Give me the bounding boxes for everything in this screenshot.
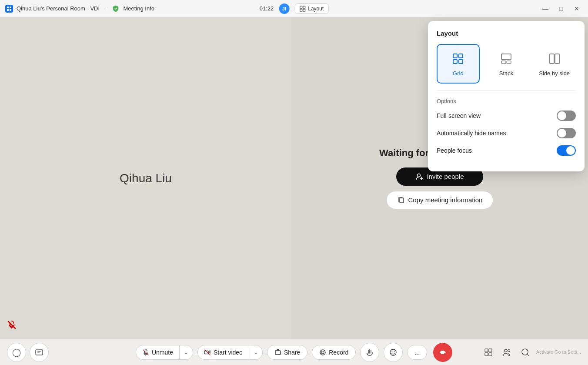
chat-icon-btn[interactable]: ◯ xyxy=(7,343,26,362)
svg-rect-17 xyxy=(501,54,511,60)
chat-icon xyxy=(521,348,529,357)
video-chevron[interactable]: ⌄ xyxy=(249,346,262,359)
toolbar-right-icons xyxy=(481,345,533,360)
toolbar-right: Activate Go to Setti... xyxy=(481,345,581,360)
stack-label: Stack xyxy=(499,70,514,77)
close-button[interactable]: ✕ xyxy=(571,3,583,15)
svg-rect-14 xyxy=(459,54,463,58)
svg-rect-19 xyxy=(507,61,511,64)
emoji-icon xyxy=(389,348,397,356)
unmute-label: Unmute xyxy=(152,349,173,356)
svg-point-38 xyxy=(504,349,507,352)
layout-option-side-by-side[interactable]: Side by side xyxy=(533,44,576,84)
grid-view-icon xyxy=(484,348,493,357)
full-screen-label: Full-screen view xyxy=(437,112,481,119)
title-bar-controls: — □ ✕ xyxy=(539,3,583,15)
popup-title: Layout xyxy=(437,30,576,37)
svg-rect-36 xyxy=(485,353,488,356)
svg-rect-2 xyxy=(7,9,9,11)
full-screen-toggle[interactable] xyxy=(557,111,576,121)
svg-point-31 xyxy=(390,349,396,355)
share-button[interactable]: Share xyxy=(267,345,307,360)
svg-rect-5 xyxy=(303,6,305,8)
toolbar: ◯ Unmute ⌄ Start video xyxy=(0,339,588,365)
left-panel: Qihua Liu xyxy=(0,17,291,339)
record-button[interactable]: Record xyxy=(312,345,356,360)
people-focus-toggle[interactable] xyxy=(557,145,576,156)
svg-point-32 xyxy=(392,351,393,352)
unmute-chevron[interactable]: ⌄ xyxy=(180,346,193,359)
participants-count-icon[interactable] xyxy=(499,345,514,360)
svg-line-41 xyxy=(527,354,528,355)
layout-button[interactable]: Layout xyxy=(294,3,328,14)
more-label: ... xyxy=(414,349,420,356)
app-icon xyxy=(5,5,13,13)
svg-rect-4 xyxy=(300,6,302,8)
start-video-split-btn: Start video ⌄ xyxy=(197,345,263,360)
unmute-main[interactable]: Unmute xyxy=(136,345,180,359)
grid-layout-icon xyxy=(450,51,466,67)
view-toggle-icon[interactable] xyxy=(481,345,496,360)
participants-icon-btn[interactable] xyxy=(30,343,49,362)
grid-label: Grid xyxy=(453,70,464,77)
avatar-circle: JI xyxy=(279,3,289,14)
meeting-info-label: Meeting Info xyxy=(123,5,154,12)
layout-btn-label: Layout xyxy=(308,6,324,12)
record-icon xyxy=(319,349,326,356)
auto-hide-toggle[interactable] xyxy=(557,128,576,138)
svg-rect-6 xyxy=(300,9,302,11)
copy-icon xyxy=(397,196,405,204)
svg-rect-21 xyxy=(555,54,559,64)
layout-option-stack[interactable]: Stack xyxy=(485,44,528,84)
raise-hand-icon xyxy=(366,348,374,356)
svg-rect-18 xyxy=(501,61,506,64)
invite-btn-label: Invite people xyxy=(427,173,464,180)
share-icon xyxy=(274,349,281,356)
people-focus-row: People focus xyxy=(437,145,576,156)
copy-meeting-info-button[interactable]: Copy meeting information xyxy=(386,191,494,209)
separator: - xyxy=(105,5,107,12)
svg-rect-35 xyxy=(489,349,492,352)
maximize-button[interactable]: □ xyxy=(555,3,567,15)
svg-line-25 xyxy=(143,350,148,355)
more-button[interactable]: ... xyxy=(407,345,427,360)
svg-point-33 xyxy=(394,351,395,352)
minimize-button[interactable]: — xyxy=(539,3,551,15)
invite-icon xyxy=(415,173,423,181)
activate-text: Activate Go to Setti... xyxy=(536,349,581,355)
svg-rect-16 xyxy=(459,60,463,64)
participant-name: Qihua Liu xyxy=(120,171,172,185)
raise-hand-button[interactable] xyxy=(360,343,379,362)
reactions-button[interactable] xyxy=(384,343,403,362)
svg-rect-7 xyxy=(303,9,305,11)
share-label: Share xyxy=(284,349,300,356)
svg-rect-3 xyxy=(10,9,11,11)
svg-point-30 xyxy=(321,351,324,354)
chat-search-icon[interactable] xyxy=(517,345,533,360)
time-display: 01:22 xyxy=(260,5,274,12)
sbs-layout-icon xyxy=(547,51,562,67)
svg-rect-20 xyxy=(550,54,554,64)
start-video-main[interactable]: Start video xyxy=(198,345,249,359)
shield-icon xyxy=(112,5,120,13)
layout-option-grid[interactable]: Grid xyxy=(437,44,480,84)
stack-layout-icon xyxy=(498,51,514,67)
auto-hide-row: Automatically hide names xyxy=(437,128,576,138)
svg-rect-13 xyxy=(453,54,457,58)
full-screen-row: Full-screen view xyxy=(437,111,576,121)
options-title: Options xyxy=(437,98,576,104)
unmute-split-btn: Unmute ⌄ xyxy=(136,345,193,360)
svg-rect-1 xyxy=(10,7,11,8)
participants-icon xyxy=(35,348,43,357)
svg-point-29 xyxy=(320,350,325,355)
divider xyxy=(437,90,576,91)
end-call-button[interactable] xyxy=(433,343,452,362)
svg-rect-34 xyxy=(485,349,488,352)
unmute-icon xyxy=(142,349,149,356)
svg-rect-22 xyxy=(36,350,43,355)
people-icon xyxy=(502,348,511,357)
layout-icon xyxy=(299,6,305,12)
app-title: Qihua Liu's Personal Room - VDI xyxy=(17,5,100,12)
copy-btn-label: Copy meeting information xyxy=(408,196,483,204)
svg-point-9 xyxy=(418,174,421,177)
